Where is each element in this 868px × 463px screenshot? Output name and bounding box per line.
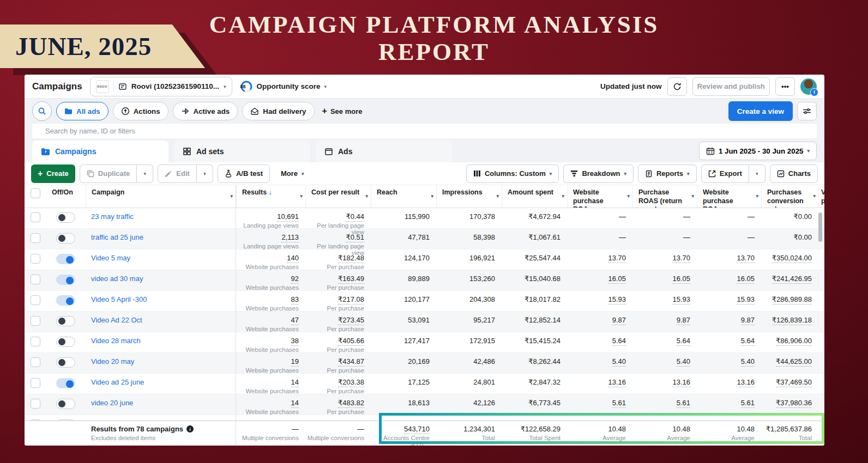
campaign-name-link[interactable]: 23 may traffic <box>91 212 134 221</box>
campaign-toggle[interactable] <box>56 275 75 285</box>
chevron-down-icon <box>230 193 233 199</box>
create-button[interactable]: Create <box>31 165 75 183</box>
col-header-off-on: Off/On <box>46 185 86 208</box>
review-and-publish-button[interactable]: Review and publish <box>692 77 770 96</box>
col-header-website-purchase-roas[interactable]: Website purchase ROA... <box>567 185 632 208</box>
campaign-name-link[interactable]: video 20 june <box>91 399 133 407</box>
filter-pill-active-ads[interactable]: Active ads <box>173 102 238 120</box>
row-checkbox[interactable] <box>31 399 40 409</box>
row-checkbox[interactable] <box>31 212 40 222</box>
col-header-purchase-roas[interactable]: Purchase ROAS (return on ad... <box>632 185 697 208</box>
edit-menu-button[interactable] <box>197 165 213 183</box>
breakdown-button[interactable]: Breakdown <box>563 165 634 183</box>
create-a-view-button[interactable]: Create a view <box>728 101 793 121</box>
ab-test-button[interactable]: A/B test <box>218 165 270 183</box>
filter-pill-all-ads[interactable]: All ads <box>56 102 108 120</box>
campaign-name-link[interactable]: Video 20 may <box>91 357 134 365</box>
date-ribbon: JUNE, 2025 <box>0 25 205 68</box>
campaign-name-link[interactable]: traffic ad 25 june <box>91 233 143 241</box>
table-footer: Results from 78 campaigns Excludes delet… <box>25 421 824 446</box>
search-filter-button[interactable] <box>32 101 52 121</box>
metric-cell: ₹6,773.45 <box>502 394 567 415</box>
row-checkbox[interactable] <box>31 378 40 388</box>
campaign-name-link[interactable]: video ad 30 may <box>91 275 143 283</box>
tab-campaigns[interactable]: Campaigns <box>32 141 168 162</box>
date-range-picker[interactable]: 1 Jun 2025 - 30 Jun 2025 <box>699 142 817 160</box>
metric-cell: ₹286,989.88 <box>761 291 818 312</box>
charts-button[interactable]: Charts <box>770 165 818 183</box>
avatar[interactable] <box>800 78 817 95</box>
info-icon[interactable] <box>186 425 194 432</box>
campaign-name-link[interactable]: Video 5 April -300 <box>91 295 147 303</box>
campaign-toggle[interactable] <box>56 295 75 306</box>
row-checkbox[interactable] <box>31 337 40 346</box>
campaign-name-link[interactable]: Video Ad 22 Oct <box>91 316 142 324</box>
view-settings-button[interactable] <box>797 102 817 120</box>
row-checkbox[interactable] <box>31 357 40 367</box>
more-button[interactable]: More <box>274 165 311 183</box>
edit-button[interactable]: Edit <box>158 165 197 183</box>
metric-cell: ₹86,906.00 <box>761 332 818 353</box>
metric-cell: 13.16 <box>697 374 761 394</box>
col-header-amount-spent[interactable]: Amount spent <box>502 185 567 208</box>
see-more-button[interactable]: See more <box>322 106 363 116</box>
metric-cell: 127,417 <box>371 332 436 353</box>
filter-pill-label: All ads <box>76 107 100 115</box>
col-header-results[interactable]: Results <box>236 185 305 208</box>
row-checkbox[interactable] <box>31 233 40 243</box>
campaign-toggle[interactable] <box>56 357 75 368</box>
campaign-toggle[interactable] <box>56 254 75 264</box>
duplicate-button[interactable]: Duplicate <box>80 165 137 183</box>
campaign-toggle[interactable] <box>56 399 75 409</box>
vertical-scrollbar[interactable] <box>818 212 822 242</box>
columns-button[interactable]: Columns: Custom <box>466 165 559 183</box>
metric-cell: 47Website purchases <box>236 312 305 332</box>
export-button[interactable]: Export <box>701 165 749 183</box>
chevron-down-icon <box>203 171 206 176</box>
duplicate-menu-button[interactable] <box>137 165 153 183</box>
table-header: Off/On Campaign Results Cost per result … <box>25 185 824 208</box>
action-toolbar: Create Duplicate Edit <box>25 162 824 185</box>
refresh-button[interactable] <box>667 77 687 96</box>
campaign-toggle[interactable] <box>56 337 75 347</box>
account-selector[interactable]: ROOVI Roovi (10252361590110... <box>90 77 232 96</box>
metric-cell: ₹37,980.36 <box>761 394 818 415</box>
row-checkbox[interactable] <box>31 316 40 326</box>
row-checkbox[interactable] <box>31 254 40 264</box>
row-checkbox[interactable] <box>31 295 40 305</box>
filter-pill-actions[interactable]: Actions <box>113 102 168 120</box>
campaign-name-link[interactable]: Video 28 march <box>91 337 141 345</box>
row-checkbox[interactable] <box>31 275 40 284</box>
campaign-toggle[interactable] <box>56 233 75 243</box>
table-row: traffic ad 25 june2,113Landing page view… <box>25 229 824 249</box>
reports-button[interactable]: Reports <box>638 165 697 183</box>
campaign-name-link[interactable]: Video ad 25 june <box>91 378 144 386</box>
select-all-checkbox[interactable] <box>31 188 40 198</box>
campaign-toggle[interactable] <box>56 316 75 326</box>
ad-frame-icon <box>324 148 333 156</box>
chevron-down-icon <box>550 171 552 176</box>
tab-ads[interactable]: Ads <box>316 141 452 162</box>
col-header-reach[interactable]: Reach <box>371 185 436 208</box>
col-header-purchases-conversion-value[interactable]: Purchases conversion value <box>761 185 818 208</box>
more-options-button[interactable]: ••• <box>775 77 795 96</box>
col-header-campaign[interactable]: Campaign <box>86 185 236 208</box>
filter-pill-had-delivery[interactable]: Had delivery <box>242 102 314 120</box>
search-input[interactable] <box>32 124 817 138</box>
metric-cell: 95,217 <box>436 312 502 332</box>
col-header-website-purchase-roas-2[interactable]: Website purchase ROA... <box>697 185 761 208</box>
opportunity-score[interactable]: 88 Opportunity score <box>240 80 327 93</box>
campaign-toggle[interactable] <box>56 212 75 223</box>
campaign-name-link[interactable]: Video 5 may <box>91 254 130 262</box>
tab-ad-sets[interactable]: Ad sets <box>174 141 310 162</box>
metric-cell: 7.87 <box>697 415 761 421</box>
table-row: video ad 30 may92Website purchases₹163.4… <box>25 270 824 291</box>
export-menu-button[interactable] <box>749 165 765 183</box>
col-header-cost-per-result[interactable]: Cost per result <box>305 185 371 208</box>
col-header-impressions[interactable]: Impressions <box>436 185 502 208</box>
campaign-toggle[interactable] <box>56 378 75 388</box>
metric-cell: 5.40 <box>697 353 761 374</box>
metric-cell: 196,921 <box>436 249 502 270</box>
grid-icon <box>183 147 191 156</box>
envelope-icon <box>250 107 259 115</box>
